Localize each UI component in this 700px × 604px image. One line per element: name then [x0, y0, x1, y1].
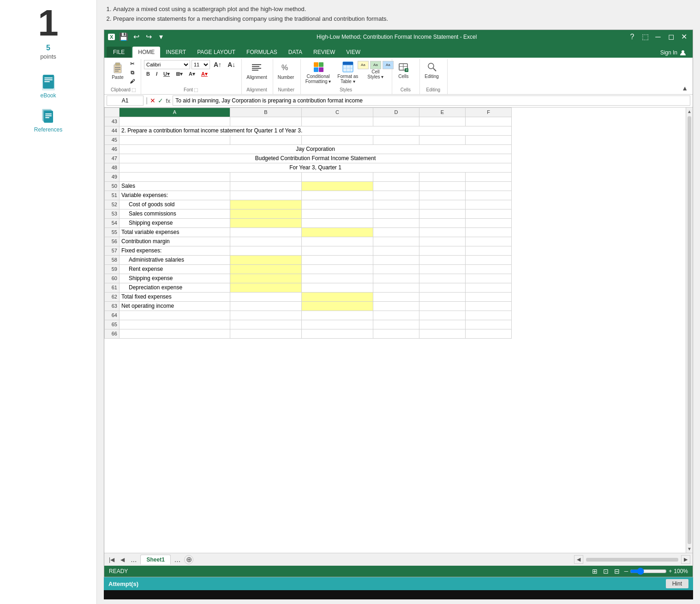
font-color-button[interactable]: A▾ [199, 70, 210, 78]
cell-C51[interactable] [302, 191, 373, 200]
cell-C58[interactable] [302, 255, 373, 264]
cell-B55[interactable] [230, 227, 302, 237]
cell-A51[interactable]: Variable expenses: [120, 191, 230, 200]
cell-E65[interactable] [419, 320, 466, 329]
cell-B61[interactable] [230, 283, 302, 292]
cell-A49[interactable] [120, 172, 230, 181]
cell-A45[interactable] [120, 135, 230, 144]
font-size-select[interactable]: 11 [191, 60, 210, 69]
cell-C61[interactable] [302, 283, 373, 292]
zoom-out-icon[interactable]: ─ [624, 568, 628, 574]
page-break-view-button[interactable]: ⊟ [613, 567, 621, 576]
cell-B57[interactable] [230, 246, 302, 255]
col-header-B[interactable]: B [230, 108, 302, 117]
tab-insert[interactable]: INSERT [160, 47, 191, 58]
cell-F57[interactable] [466, 246, 512, 255]
cell-E64[interactable] [419, 311, 466, 320]
cell-E56[interactable] [419, 237, 466, 246]
cell-F55[interactable] [466, 227, 512, 237]
cell-A56[interactable]: Contribution margin [120, 237, 230, 246]
cells-button[interactable]: + Cells [395, 60, 412, 80]
col-header-A[interactable]: A [120, 108, 230, 117]
cell-E62[interactable] [419, 292, 466, 301]
cell-D52[interactable] [373, 200, 419, 209]
sheet-prev-button[interactable]: ◀ [118, 556, 127, 564]
confirm-formula-icon[interactable]: ✓ [158, 97, 163, 104]
cell-D54[interactable] [373, 218, 419, 227]
cut-button[interactable]: ✂ [127, 60, 137, 68]
cell-A48[interactable]: For Year 3, Quarter 1 [120, 163, 512, 172]
cell-A64[interactable] [120, 311, 230, 320]
borders-button[interactable]: ⊞▾ [174, 70, 185, 78]
h-scroll-right-button[interactable]: ▶ [681, 555, 690, 564]
cell-A52[interactable]: Cost of goods sold [120, 200, 230, 209]
cell-B51[interactable] [230, 191, 302, 200]
cell-A60[interactable]: Shipping expense [120, 274, 230, 283]
cell-F52[interactable] [466, 200, 512, 209]
tab-home[interactable]: HOME [132, 47, 160, 58]
cell-D59[interactable] [373, 264, 419, 274]
cell-D64[interactable] [373, 311, 419, 320]
cell-F61[interactable] [466, 283, 512, 292]
cell-A62[interactable]: Total fixed expenses [120, 292, 230, 301]
cell-A50[interactable]: Sales [120, 181, 230, 191]
help-button[interactable]: ? [627, 33, 637, 41]
col-header-F[interactable]: F [466, 108, 512, 117]
formula-input[interactable] [173, 96, 690, 106]
number-button[interactable]: % Number [276, 60, 296, 81]
cell-D45[interactable] [373, 135, 419, 144]
cell-reference-input[interactable] [107, 96, 144, 106]
alignment-button[interactable]: Alignment [245, 60, 269, 81]
sheet-ellipsis-left[interactable]: ... [128, 556, 139, 564]
cell-D66[interactable] [373, 329, 419, 338]
cell-B62[interactable] [230, 292, 302, 301]
cell-B49[interactable] [230, 172, 302, 181]
normal-view-button[interactable]: ⊞ [591, 567, 598, 576]
cell-E51[interactable] [419, 191, 466, 200]
tab-page-layout[interactable]: PAGE LAYOUT [191, 47, 241, 58]
cell-F60[interactable] [466, 274, 512, 283]
save-button[interactable]: 💾 [119, 32, 129, 41]
cell-C65[interactable] [302, 320, 373, 329]
scroll-down-arrow[interactable]: ▼ [687, 545, 692, 553]
cell-B54[interactable] [230, 218, 302, 227]
cell-F43[interactable] [466, 117, 512, 126]
cell-D65[interactable] [373, 320, 419, 329]
cell-F54[interactable] [466, 218, 512, 227]
underline-button[interactable]: U▾ [161, 70, 172, 78]
cell-C66[interactable] [302, 329, 373, 338]
cell-E53[interactable] [419, 209, 466, 218]
cell-E43[interactable] [419, 117, 466, 126]
copy-button[interactable]: ⧉ [127, 69, 137, 77]
cell-F65[interactable] [466, 320, 512, 329]
cell-B45[interactable] [230, 135, 302, 144]
cell-E60[interactable] [419, 274, 466, 283]
format-painter-button[interactable]: 🖌 [127, 78, 137, 85]
spreadsheet[interactable]: A B C D E F 43 [104, 108, 686, 553]
cell-F49[interactable] [466, 172, 512, 181]
cell-C53[interactable] [302, 209, 373, 218]
cell-A59[interactable]: Rent expense [120, 264, 230, 274]
cell-A46[interactable]: Jay Corporation [120, 144, 512, 154]
ribbon-expand-button[interactable]: ▲ [679, 84, 690, 93]
cell-C49[interactable] [302, 172, 373, 181]
increase-font-button[interactable]: A↑ [211, 60, 224, 69]
cell-D51[interactable] [373, 191, 419, 200]
tab-view[interactable]: VIEW [341, 47, 366, 58]
cell-F51[interactable] [466, 191, 512, 200]
cell-F62[interactable] [466, 292, 512, 301]
cell-A47[interactable]: Budgeted Contribution Format Income Stat… [120, 154, 512, 163]
cell-E66[interactable] [419, 329, 466, 338]
cell-B50[interactable] [230, 181, 302, 191]
cell-B64[interactable] [230, 311, 302, 320]
undo-button[interactable]: ↩ [131, 32, 141, 41]
cell-C54[interactable] [302, 218, 373, 227]
cell-F59[interactable] [466, 264, 512, 274]
ebook-button[interactable]: eBook [40, 74, 57, 99]
cell-F53[interactable] [466, 209, 512, 218]
cell-A53[interactable]: Sales commissions [120, 209, 230, 218]
signin-area[interactable]: Sign In [657, 48, 690, 58]
cell-E57[interactable] [419, 246, 466, 255]
col-header-D[interactable]: D [373, 108, 419, 117]
col-header-E[interactable]: E [419, 108, 466, 117]
